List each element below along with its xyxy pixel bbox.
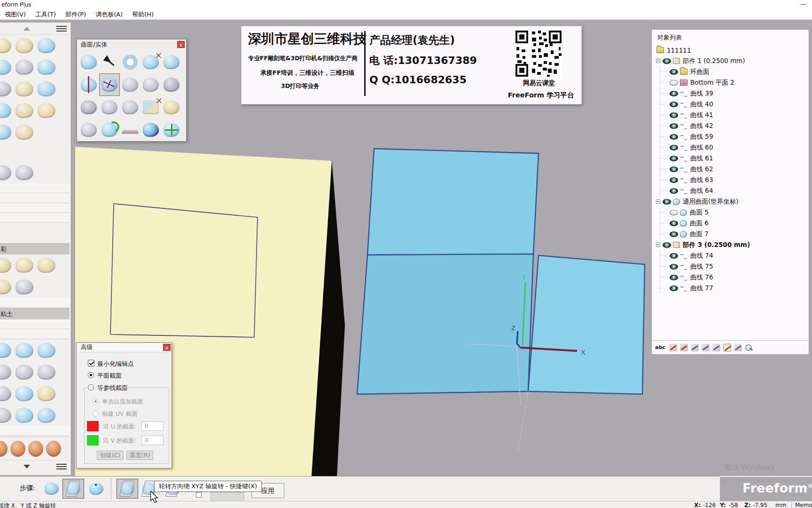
palette-tool-icon[interactable]: [0, 103, 11, 118]
palette-tool-icon[interactable]: [16, 343, 33, 358]
palette-section-bar[interactable]: [0, 184, 70, 193]
palette-section-label[interactable]: 彩: [0, 243, 70, 254]
visibility-eye-icon[interactable]: [663, 199, 671, 205]
palette-tool-icon[interactable]: [0, 386, 11, 401]
torus-surface-icon[interactable]: [120, 51, 141, 73]
cube-solid-icon[interactable]: [78, 96, 99, 119]
palette-tool-icon[interactable]: [0, 441, 8, 457]
palette-tool-icon[interactable]: [16, 279, 33, 294]
palette-tool-icon[interactable]: [38, 343, 55, 358]
step-icon-1[interactable]: [43, 481, 60, 497]
palette-tool-icon[interactable]: [16, 38, 33, 53]
surface-blob-icon[interactable]: [78, 51, 99, 73]
tree-item[interactable]: 曲线 77: [652, 283, 809, 294]
visibility-eye-icon[interactable]: [670, 221, 678, 226]
palette-section-bar[interactable]: [0, 204, 70, 213]
tree-item[interactable]: 曲面 5: [652, 207, 809, 218]
select-arrow-icon[interactable]: [99, 51, 120, 73]
visibility-eye-icon[interactable]: [670, 275, 678, 280]
visibility-eye-icon[interactable]: [670, 134, 678, 140]
palette-section-bar[interactable]: [0, 330, 70, 339]
menu-item[interactable]: 工具(T): [31, 9, 61, 20]
expand-toggle-icon[interactable]: [656, 243, 660, 247]
palette-menu-icon[interactable]: [56, 26, 67, 32]
palette-tool-icon[interactable]: [0, 38, 11, 53]
palette-tool-icon[interactable]: [38, 258, 55, 273]
hide-grid-icon[interactable]: [680, 344, 688, 351]
visibility-eye-icon[interactable]: [670, 264, 678, 270]
tree-item[interactable]: 曲线 60: [652, 142, 809, 153]
tree-item[interactable]: 曲线 64: [652, 185, 809, 196]
palette-tool-icon[interactable]: [16, 60, 33, 75]
tree-item[interactable]: 曲线 39: [652, 88, 809, 99]
palette-tool-icon[interactable]: [38, 103, 55, 118]
wave-curves-icon[interactable]: [120, 96, 141, 119]
menu-item[interactable]: 视图(V): [0, 9, 31, 20]
expand-toggle-icon[interactable]: [656, 59, 660, 63]
round-edge-icon[interactable]: [78, 119, 99, 141]
menu-item[interactable]: 帮助(H): [127, 9, 158, 20]
offset-surface-icon[interactable]: [141, 51, 161, 73]
visibility-eye-icon[interactable]: [670, 69, 678, 75]
palette-tool-icon[interactable]: [16, 258, 33, 273]
tree-item[interactable]: 曲面 6: [652, 218, 809, 229]
close-icon[interactable]: x: [177, 41, 185, 48]
palette-section-bar[interactable]: [0, 214, 70, 223]
flatten-fan-icon[interactable]: [120, 119, 141, 141]
inflate-surface-icon[interactable]: [141, 73, 161, 96]
visibility-eye-icon[interactable]: [663, 58, 671, 64]
palette-tool-icon[interactable]: [0, 258, 11, 273]
visibility-eye-icon[interactable]: [670, 188, 678, 194]
step-icon-3[interactable]: [88, 481, 105, 497]
planar-section-radio[interactable]: [88, 372, 94, 378]
visibility-eye-icon[interactable]: [670, 123, 678, 129]
visibility-eye-icon[interactable]: [670, 80, 678, 86]
palette-tool-icon[interactable]: [16, 386, 33, 401]
tree-item[interactable]: 曲线 59: [652, 131, 809, 142]
palette-tool-icon[interactable]: [38, 81, 55, 96]
palette-tool-icon[interactable]: [0, 279, 11, 294]
minimize-edit-points-checkbox[interactable]: [88, 360, 94, 366]
flag-icon[interactable]: [723, 344, 731, 351]
menu-item[interactable]: 调色板(A): [91, 9, 127, 20]
tree-item[interactable]: 环曲面: [652, 66, 809, 77]
blue-surface-top[interactable]: [367, 149, 539, 255]
palette-section-bar[interactable]: [0, 320, 70, 329]
blue-surface-bottom-left[interactable]: [357, 254, 533, 394]
replace-solid-icon[interactable]: [141, 96, 161, 119]
palette-tool-icon[interactable]: [0, 125, 11, 140]
visibility-eye-icon[interactable]: [670, 102, 678, 107]
edit-surface-icon[interactable]: [99, 73, 120, 96]
visibility-eye-icon[interactable]: [670, 91, 678, 96]
palette-tool-icon[interactable]: [0, 81, 11, 96]
hide-sphere-icon[interactable]: [712, 344, 720, 351]
palette-tool-icon[interactable]: [28, 441, 43, 457]
tree-item[interactable]: 曲线 42: [652, 120, 809, 131]
palette-tool-icon[interactable]: [38, 365, 55, 380]
tree-item[interactable]: 曲线 62: [652, 164, 809, 175]
scroll-down-icon[interactable]: [23, 465, 30, 468]
tree-item[interactable]: 111111: [652, 45, 809, 56]
visibility-eye-icon[interactable]: [670, 210, 678, 215]
tree-item[interactable]: 曲线 74: [652, 250, 809, 261]
visibility-eye-icon[interactable]: [670, 253, 678, 259]
expand-toggle-icon[interactable]: [656, 199, 660, 204]
palette-tool-icon[interactable]: [16, 103, 33, 118]
rename-abc-button[interactable]: abc: [655, 344, 665, 350]
tree-item[interactable]: 曲线 75: [652, 261, 809, 272]
scale-arrows-icon[interactable]: [161, 119, 182, 141]
palette-tool-icon[interactable]: [0, 165, 11, 180]
steps-checkbox[interactable]: [196, 492, 202, 498]
dialog-titlebar[interactable]: 高级 x: [77, 343, 172, 352]
hide-spin-icon[interactable]: [734, 344, 742, 351]
palette-tool-icon[interactable]: [16, 365, 33, 380]
palette-tool-icon[interactable]: [0, 408, 11, 423]
search-icon[interactable]: [745, 344, 753, 351]
mirror-surface-icon[interactable]: [78, 73, 99, 96]
hide-page-icon[interactable]: [669, 344, 677, 351]
palette-tool-icon[interactable]: [38, 386, 55, 401]
palette-tool-icon[interactable]: [16, 125, 33, 140]
scroll-up-icon[interactable]: [23, 27, 30, 31]
tree-item[interactable]: 曲面 7: [652, 229, 809, 239]
visibility-eye-icon[interactable]: [670, 156, 678, 161]
